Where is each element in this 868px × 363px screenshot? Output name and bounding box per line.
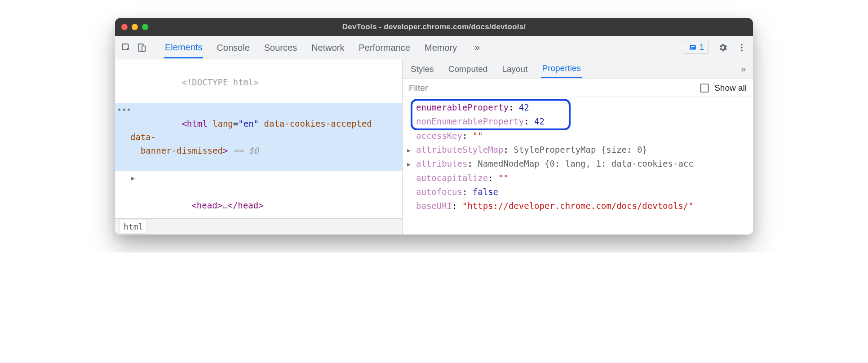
close-window-button[interactable] [121,24,128,30]
tab-console[interactable]: Console [216,37,250,58]
property-key: nonEnumerableProperty [416,116,524,126]
property-row[interactable]: ▶attributeStyleMap: StylePropertyMap {si… [414,143,748,157]
tab-memory[interactable]: Memory [424,37,458,58]
property-value: "https://developer.chrome.com/docs/devto… [462,201,694,211]
inspect-element-icon[interactable] [120,41,133,54]
show-all-label: Show all [714,83,747,93]
svg-point-6 [741,49,743,51]
property-row[interactable]: enumerableProperty: 42 [414,101,748,115]
property-row[interactable]: nonEnumerableProperty: 42 [414,115,748,128]
more-tabs-icon[interactable]: » [470,41,484,54]
subtab-styles[interactable]: Styles [410,61,435,78]
kebab-menu-icon[interactable] [735,41,748,54]
dom-node-html[interactable]: •••<html lang="en" data-cookies-accepted… [115,103,402,171]
property-row[interactable]: autofocus: false [414,185,748,199]
property-key: baseURI [416,201,452,211]
property-row[interactable]: autocapitalize: "" [414,171,748,185]
breadcrumb-item[interactable]: html [120,220,147,234]
svg-rect-2 [142,46,145,51]
tab-sources[interactable]: Sources [263,37,298,58]
property-key: autofocus [416,187,462,197]
subtab-layout[interactable]: Layout [501,61,528,78]
dom-node-head[interactable]: ▶ <head>…</head> [115,171,402,218]
subtab-computed[interactable]: Computed [447,61,489,78]
property-row[interactable]: ▶attributes: NamedNodeMap {0: lang, 1: d… [414,157,748,171]
breadcrumb[interactable]: html [115,218,402,235]
svg-rect-3 [690,45,696,50]
property-value: false [473,187,498,197]
expand-triangle-icon[interactable]: ▶ [407,159,411,169]
property-row[interactable]: baseURI: "https://developer.chrome.com/d… [414,199,748,213]
property-key: attributes [416,159,467,168]
window-title: DevTools - developer.chrome.com/docs/dev… [342,22,526,31]
issues-button[interactable]: 1 [684,41,709,54]
issues-count: 1 [700,43,704,52]
property-key: enumerableProperty [416,102,509,112]
main-toolbar: Elements Console Sources Network Perform… [115,36,753,59]
window-titlebar: DevTools - developer.chrome.com/docs/dev… [115,18,753,36]
property-value: StylePropertyMap {size: 0} [514,145,647,155]
settings-icon[interactable] [716,41,730,54]
sidebar-tabs: Styles Computed Layout Properties » [403,59,753,79]
property-value: 42 [534,116,545,126]
device-toggle-icon[interactable] [135,41,148,54]
tab-network[interactable]: Network [310,37,345,58]
sidebar-panel: Styles Computed Layout Properties » Show… [403,59,753,235]
window-controls [121,24,148,30]
filter-row: Show all [403,79,753,97]
main-tabs: Elements Console Sources Network Perform… [164,37,484,58]
dom-tree[interactable]: <!DOCTYPE html> •••<html lang="en" data-… [115,59,402,218]
subtab-properties[interactable]: Properties [541,60,582,78]
expand-triangle-icon[interactable]: ▶ [407,146,411,155]
dom-doctype[interactable]: <!DOCTYPE html> [182,77,259,87]
property-value: "" [473,131,483,141]
expand-triangle-icon[interactable]: ▶ [131,174,135,183]
svg-point-5 [741,47,743,49]
toolbar-separator [153,41,153,54]
property-value: NamedNodeMap {0: lang, 1: data-cookies-a… [478,159,693,168]
properties-list[interactable]: enumerableProperty: 42nonEnumerablePrope… [403,97,753,217]
property-value: "" [498,173,509,183]
svg-point-4 [741,44,743,45]
property-key: attributeStyleMap [416,145,503,155]
more-subtabs-icon[interactable]: » [741,64,746,74]
property-key: accessKey [416,131,462,141]
maximize-window-button[interactable] [142,24,148,30]
tab-elements[interactable]: Elements [164,37,203,58]
property-value: 42 [519,102,529,112]
property-key: autocapitalize [416,173,488,183]
filter-input[interactable] [409,83,549,93]
minimize-window-button[interactable] [132,24,138,30]
ellipsis-icon: ••• [117,103,131,116]
devtools-window: DevTools - developer.chrome.com/docs/dev… [115,18,753,235]
tab-performance[interactable]: Performance [358,37,412,58]
show-all-checkbox[interactable] [700,84,709,93]
property-row[interactable]: accessKey: "" [414,129,748,143]
main-content: <!DOCTYPE html> •••<html lang="en" data-… [115,59,753,235]
elements-panel: <!DOCTYPE html> •••<html lang="en" data-… [115,59,403,235]
